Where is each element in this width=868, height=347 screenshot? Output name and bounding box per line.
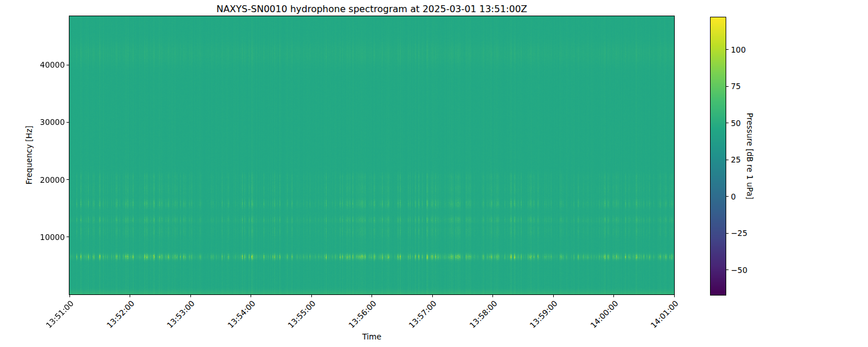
colorbar-tick-mark bbox=[726, 86, 729, 87]
colorbar-tick-mark bbox=[726, 49, 729, 50]
x-tick-label: 13:56:00 bbox=[347, 299, 378, 330]
y-axis-label: Frequency [Hz] bbox=[24, 16, 35, 294]
y-tick-mark bbox=[67, 179, 69, 180]
colorbar-tick-label: 100 bbox=[731, 46, 746, 54]
plot-area bbox=[69, 16, 675, 295]
colorbar-tick-mark bbox=[726, 196, 729, 197]
colorbar-tick-mark bbox=[726, 123, 729, 123]
colorbar-tick-label: 25 bbox=[731, 156, 741, 164]
x-axis-label: Time bbox=[69, 332, 674, 341]
x-tick-mark bbox=[311, 295, 312, 297]
colorbar-tick-mark bbox=[726, 233, 729, 234]
x-tick-label: 13:52:00 bbox=[105, 299, 136, 330]
x-tick-label: 13:57:00 bbox=[407, 299, 438, 330]
x-tick-mark bbox=[492, 295, 493, 297]
y-tick-label: 20000 bbox=[30, 176, 65, 184]
colorbar-tick-mark bbox=[726, 160, 729, 160]
y-tick-mark bbox=[67, 122, 69, 123]
y-tick-label: 30000 bbox=[30, 118, 65, 126]
x-tick-label: 13:53:00 bbox=[165, 299, 196, 330]
plot-title: NAXYS-SN0010 hydrophone spectrogram at 2… bbox=[69, 3, 674, 14]
colorbar-tick-label: 75 bbox=[731, 82, 741, 90]
x-tick-mark bbox=[553, 295, 554, 297]
spectrogram-canvas bbox=[69, 16, 674, 294]
x-tick-mark bbox=[432, 295, 433, 297]
x-tick-mark bbox=[674, 295, 675, 297]
x-tick-label: 13:51:00 bbox=[45, 299, 75, 330]
x-tick-label: 13:55:00 bbox=[286, 299, 317, 330]
y-tick-mark bbox=[67, 237, 69, 237]
x-tick-label: 13:54:00 bbox=[226, 299, 257, 330]
colorbar-tick-label: 0 bbox=[731, 193, 736, 201]
y-tick-label: 10000 bbox=[30, 233, 65, 241]
y-tick-label: 40000 bbox=[30, 61, 65, 69]
x-tick-label: 13:59:00 bbox=[528, 299, 559, 330]
x-tick-mark bbox=[372, 295, 372, 297]
y-tick-mark bbox=[67, 65, 69, 65]
colorbar-tick-label: 50 bbox=[731, 119, 741, 127]
x-tick-mark bbox=[251, 295, 251, 297]
colorbar-canvas bbox=[711, 17, 726, 295]
x-tick-mark bbox=[613, 295, 614, 297]
x-tick-label: 14:00:00 bbox=[589, 299, 620, 330]
spectrogram-figure: NAXYS-SN0010 hydrophone spectrogram at 2… bbox=[0, 0, 868, 347]
x-tick-mark bbox=[130, 295, 130, 297]
x-tick-mark bbox=[190, 295, 191, 297]
colorbar-tick-mark bbox=[726, 270, 729, 270]
colorbar-label: Pressure [dB re 1 uPa] bbox=[745, 17, 755, 295]
x-tick-label: 14:01:00 bbox=[649, 299, 680, 330]
colorbar bbox=[710, 17, 726, 296]
x-tick-mark bbox=[69, 295, 70, 297]
x-tick-label: 13:58:00 bbox=[468, 299, 499, 330]
